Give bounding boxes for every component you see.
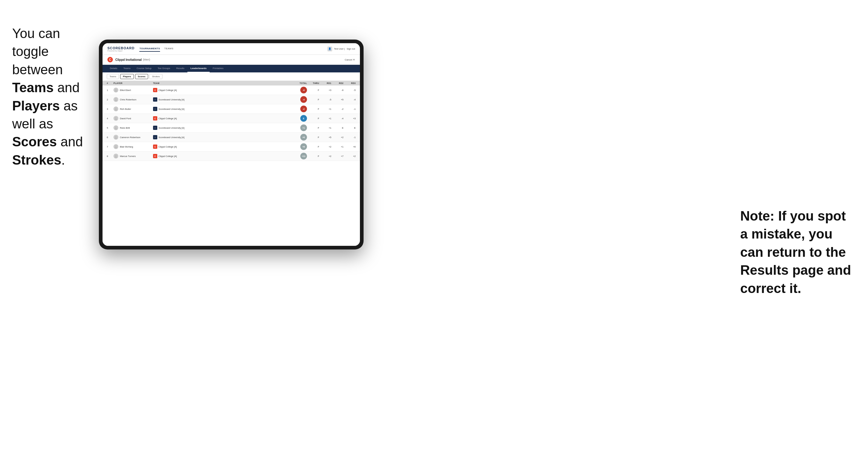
cell-thru: F: [307, 108, 319, 111]
app-logo: SCOREBOARD Powered by clippd: [107, 46, 134, 52]
table-row[interactable]: 5 Rees Britt ≡ Scoreboard University [A]…: [102, 123, 360, 133]
cell-rd1: +2: [319, 146, 331, 148]
cell-thru: F: [307, 127, 319, 129]
nav-tournaments[interactable]: TOURNAMENTS: [140, 46, 160, 52]
toggle-scores[interactable]: Scores: [135, 74, 148, 79]
score-badge: +1: [300, 124, 307, 131]
score-badge: -4: [300, 96, 307, 103]
table-row[interactable]: 4 David Ford C Clippd College [A] E F +1…: [102, 114, 360, 123]
player-avatar: [114, 88, 118, 92]
user-label: Test User |: [334, 48, 345, 50]
tab-details[interactable]: Details: [107, 65, 120, 72]
table-row[interactable]: 6 Cameron Robertson ≡ Scoreboard Univers…: [102, 133, 360, 142]
main-nav: TOURNAMENTS TEAMS: [140, 46, 327, 52]
team-logo-icon: ≡: [153, 107, 157, 111]
cell-team: ≡ Scoreboard University [A]: [153, 126, 289, 130]
svg-point-14: [115, 147, 117, 148]
svg-point-12: [115, 137, 117, 139]
team-logo-icon: ≡: [153, 126, 157, 130]
team-logo-icon: C: [153, 88, 157, 92]
svg-point-2: [115, 90, 117, 92]
cell-rd2: +7: [331, 155, 343, 158]
toggle-strokes[interactable]: Strokes: [149, 74, 162, 79]
cell-rank: 5: [107, 127, 114, 129]
cell-player: Elliot Ebert: [114, 88, 153, 92]
tab-teams[interactable]: Teams: [120, 65, 133, 72]
tab-results[interactable]: Results: [173, 65, 187, 72]
col-rd3: RD3: [343, 82, 356, 84]
tablet-frame: SCOREBOARD Powered by clippd TOURNAMENTS…: [99, 39, 364, 249]
toggle-teams[interactable]: Teams: [107, 74, 119, 79]
cell-rd1: +1: [319, 108, 331, 111]
svg-point-5: [115, 108, 117, 109]
cell-total: +6: [289, 134, 307, 141]
svg-point-6: [115, 109, 117, 111]
player-avatar: [114, 106, 118, 111]
app-header: SCOREBOARD Powered by clippd TOURNAMENTS…: [102, 43, 360, 55]
cell-thru: F: [307, 136, 319, 139]
cell-rd2: E: [331, 127, 343, 129]
cell-rd3: +6: [343, 146, 356, 148]
col-player: PLAYER: [114, 82, 153, 84]
team-logo-icon: C: [153, 145, 157, 149]
svg-point-7: [115, 117, 117, 118]
table-row[interactable]: 7 Blair McHarg C Clippd College [A] +8 F…: [102, 142, 360, 152]
tab-leaderboards[interactable]: Leaderboards: [187, 65, 210, 72]
nav-teams[interactable]: TEAMS: [164, 46, 174, 52]
cell-thru: F: [307, 155, 319, 158]
cell-rank: 7: [107, 146, 114, 148]
svg-point-1: [115, 89, 117, 90]
team-logo-icon: ≡: [153, 135, 157, 139]
table-row[interactable]: 3 Rich Butler ≡ Scoreboard University [A…: [102, 104, 360, 114]
player-avatar: [114, 125, 118, 130]
cell-team: C Clippd College [A]: [153, 116, 289, 121]
tab-printables[interactable]: Printables: [210, 65, 227, 72]
cell-thru: F: [307, 98, 319, 101]
cell-player: Blair McHarg: [114, 144, 153, 149]
toggle-players[interactable]: Players: [120, 74, 134, 79]
cell-thru: F: [307, 89, 319, 92]
score-badge: -2: [300, 105, 307, 112]
cell-total: E: [289, 115, 307, 122]
table-body: 1 Elliot Ebert C Clippd College [A] -8 F…: [102, 86, 360, 161]
team-logo-icon: C: [153, 116, 157, 121]
table-row[interactable]: 2 Chris Robertson ≡ Scoreboard Universit…: [102, 95, 360, 104]
cell-player: Rich Butler: [114, 106, 153, 111]
cell-rd1: +2: [319, 155, 331, 158]
table-row[interactable]: 1 Elliot Ebert C Clippd College [A] -8 F…: [102, 86, 360, 95]
tournament-gender: (Men): [143, 58, 150, 61]
svg-point-3: [115, 98, 117, 99]
cell-rd2: +1: [331, 146, 343, 148]
col-total: TOTAL: [289, 82, 307, 84]
cell-total: +8: [289, 143, 307, 150]
right-annotation: Note: If you spot a mistake, you can ret…: [740, 207, 856, 297]
cancel-button[interactable]: Cancel ✕: [345, 58, 355, 61]
cell-player: Marcus Turners: [114, 154, 153, 158]
cell-rd3: +3: [343, 117, 356, 120]
col-thru: THRU: [307, 82, 319, 84]
score-badge: -8: [300, 87, 307, 93]
cell-player: David Ford: [114, 116, 153, 121]
cell-rd2: +2: [331, 136, 343, 139]
cell-rd1: +3: [319, 89, 331, 92]
cell-rank: 1: [107, 89, 114, 92]
svg-point-10: [115, 128, 117, 129]
svg-point-13: [115, 146, 117, 147]
cell-rd3: -4: [343, 98, 356, 101]
cell-player: Cameron Robertson: [114, 135, 153, 139]
left-annotation: You can toggle between Teams and Players…: [12, 24, 97, 169]
tab-course-setup[interactable]: Course Setup: [133, 65, 155, 72]
player-avatar: [114, 97, 118, 102]
table-row[interactable]: 8 Marcus Turners C Clippd College [A] +1…: [102, 152, 360, 161]
team-logo-icon: C: [153, 154, 157, 158]
tab-tee-groups[interactable]: Tee Groups: [155, 65, 173, 72]
sign-out-link[interactable]: Sign out: [346, 48, 355, 50]
cell-rd1: +5: [319, 136, 331, 139]
table-header: # PLAYER TEAM TOTAL THRU RD1 RD2 RD3: [102, 81, 360, 86]
player-avatar: [114, 135, 118, 139]
cell-rd3: -5: [343, 89, 356, 92]
cell-thru: F: [307, 117, 319, 120]
player-avatar: [114, 154, 118, 158]
cell-rd2: -4: [331, 117, 343, 120]
cell-player: Rees Britt: [114, 125, 153, 130]
